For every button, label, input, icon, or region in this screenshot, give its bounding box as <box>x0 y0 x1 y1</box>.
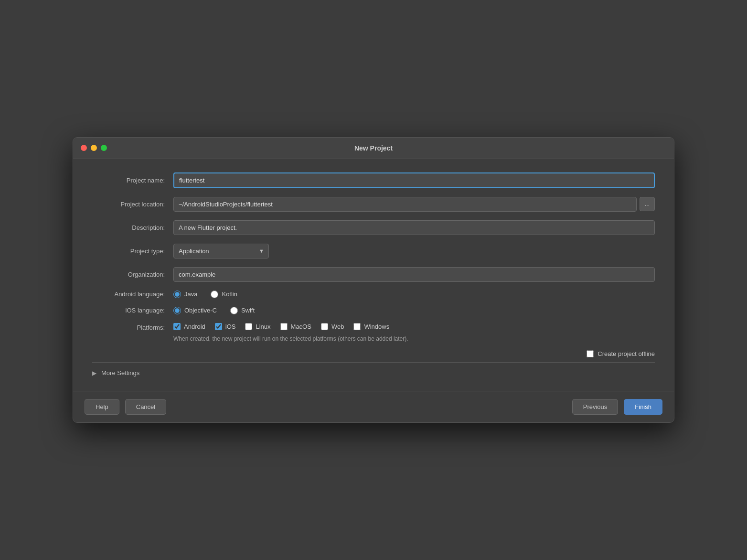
android-language-label: Android language: <box>92 291 173 298</box>
ios-swift-label: Swift <box>241 307 255 314</box>
project-type-row: Project type: Application Plugin Package… <box>92 244 655 258</box>
dialog-footer: Help Cancel Previous Finish <box>73 391 674 422</box>
browse-button[interactable]: ... <box>640 197 655 211</box>
platforms-group: Android iOS Linux MacOS <box>173 323 655 358</box>
project-location-label: Project location: <box>92 201 173 208</box>
minimize-button[interactable] <box>91 145 97 151</box>
footer-right-buttons: Previous Finish <box>572 399 662 415</box>
chevron-right-icon: ▶ <box>92 370 96 377</box>
android-kotlin-option[interactable]: Kotlin <box>211 291 237 298</box>
maximize-button[interactable] <box>101 145 107 151</box>
platform-macos-checkbox[interactable] <box>280 323 288 330</box>
ios-objectivec-label: Objective-C <box>184 307 217 314</box>
description-label: Description: <box>92 224 173 231</box>
ios-swift-option[interactable]: Swift <box>230 307 255 314</box>
platforms-row: Platforms: Android iOS Linux <box>92 323 655 358</box>
ios-objectivec-radio[interactable] <box>173 307 181 314</box>
project-type-wrapper: Application Plugin Package Module ▼ <box>173 244 269 258</box>
dialog-title: New Project <box>354 144 393 152</box>
close-button[interactable] <box>81 145 87 151</box>
description-row: Description: <box>92 220 655 235</box>
platform-macos-label: MacOS <box>291 323 311 330</box>
android-java-option[interactable]: Java <box>173 291 197 298</box>
platform-android-checkbox[interactable] <box>173 323 181 330</box>
new-project-dialog: New Project Project name: Project locati… <box>73 137 674 423</box>
android-kotlin-label: Kotlin <box>222 291 237 298</box>
platforms-hint: When created, the new project will run o… <box>173 335 655 343</box>
create-offline-row: Create project offline <box>173 350 655 357</box>
platform-windows-label: Windows <box>364 323 389 330</box>
footer-left-buttons: Help Cancel <box>85 399 166 415</box>
ios-objectivec-option[interactable]: Objective-C <box>173 307 217 314</box>
ios-language-label: iOS language: <box>92 307 173 314</box>
android-language-group: Java Kotlin <box>173 291 655 298</box>
project-name-input[interactable] <box>173 172 655 188</box>
ios-language-group: Objective-C Swift <box>173 307 655 314</box>
description-input[interactable] <box>173 220 655 235</box>
ios-swift-radio[interactable] <box>230 307 238 314</box>
more-settings-section[interactable]: ▶ More Settings <box>92 362 655 381</box>
platform-checkboxes-row: Android iOS Linux MacOS <box>173 323 655 330</box>
cancel-button[interactable]: Cancel <box>125 399 166 415</box>
platform-windows[interactable]: Windows <box>353 323 389 330</box>
platform-macos[interactable]: MacOS <box>280 323 311 330</box>
android-java-radio[interactable] <box>173 291 181 298</box>
platform-web[interactable]: Web <box>321 323 344 330</box>
window-controls <box>81 145 107 151</box>
platform-android[interactable]: Android <box>173 323 205 330</box>
project-name-label: Project name: <box>92 177 173 184</box>
project-name-row: Project name: <box>92 172 655 188</box>
platform-android-label: Android <box>184 323 205 330</box>
create-offline-label: Create project offline <box>598 350 655 357</box>
project-type-label: Project type: <box>92 248 173 255</box>
platform-linux-label: Linux <box>256 323 270 330</box>
platform-ios-label: iOS <box>225 323 236 330</box>
help-button[interactable]: Help <box>85 399 119 415</box>
project-location-row: Project location: ... <box>92 197 655 212</box>
platform-linux[interactable]: Linux <box>245 323 270 330</box>
form-content: Project name: Project location: ... Desc… <box>73 159 674 391</box>
project-location-input[interactable] <box>173 197 637 212</box>
more-settings-label: More Settings <box>101 369 139 377</box>
platform-linux-checkbox[interactable] <box>245 323 252 330</box>
location-field-wrapper: ... <box>173 197 655 212</box>
platform-ios[interactable]: iOS <box>215 323 236 330</box>
create-offline-checkbox[interactable] <box>587 350 594 357</box>
ios-language-row: iOS language: Objective-C Swift <box>92 307 655 314</box>
platform-windows-checkbox[interactable] <box>353 323 361 330</box>
organization-row: Organization: <box>92 267 655 282</box>
title-bar: New Project <box>73 138 674 159</box>
platforms-label: Platforms: <box>92 323 173 331</box>
platform-ios-checkbox[interactable] <box>215 323 222 330</box>
organization-input[interactable] <box>173 267 655 282</box>
android-java-label: Java <box>184 291 197 298</box>
platform-web-checkbox[interactable] <box>321 323 328 330</box>
android-kotlin-radio[interactable] <box>211 291 218 298</box>
project-type-select[interactable]: Application Plugin Package Module <box>173 244 269 258</box>
android-language-row: Android language: Java Kotlin <box>92 291 655 298</box>
previous-button[interactable]: Previous <box>572 399 619 415</box>
finish-button[interactable]: Finish <box>624 399 662 415</box>
platform-web-label: Web <box>331 323 344 330</box>
organization-label: Organization: <box>92 271 173 278</box>
